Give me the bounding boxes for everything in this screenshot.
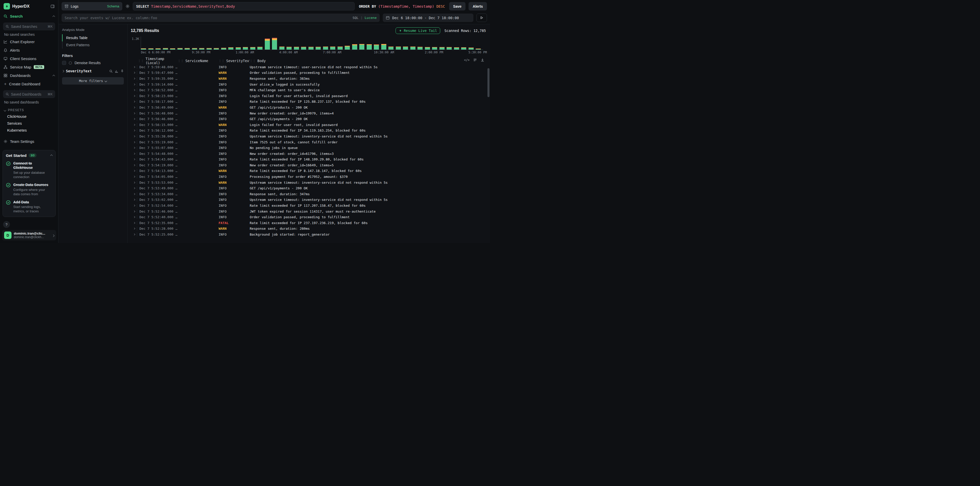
denoise-results-toggle[interactable]: Denoise Results bbox=[62, 61, 124, 65]
log-row[interactable]: Dec 7 5:58:23.000 PMINFOLogin failed for… bbox=[131, 93, 486, 99]
preset-item-services[interactable]: Services bbox=[0, 120, 58, 127]
histogram-bar[interactable] bbox=[163, 48, 168, 49]
date-range-picker[interactable]: Dec 6 18:00:00 - Dec 7 18:00:00 bbox=[383, 14, 473, 22]
expand-row-chevron-icon[interactable] bbox=[131, 124, 137, 126]
histogram-bar[interactable] bbox=[367, 44, 372, 49]
histogram-bar[interactable] bbox=[265, 38, 270, 49]
histogram-bar[interactable] bbox=[403, 46, 408, 49]
column-drag-handle-icon[interactable]: ⋮⋮ bbox=[250, 59, 256, 62]
expand-row-chevron-icon[interactable] bbox=[131, 193, 137, 195]
expand-row-chevron-icon[interactable] bbox=[131, 153, 137, 155]
histogram-bar[interactable] bbox=[199, 48, 204, 49]
saved-searches-input[interactable]: Saved Searches ⌘K bbox=[3, 22, 55, 30]
histogram-bar[interactable] bbox=[417, 47, 423, 49]
histogram-bar[interactable] bbox=[141, 48, 146, 49]
mode-results-table[interactable]: Results Table bbox=[62, 34, 124, 41]
histogram-bar[interactable] bbox=[170, 48, 175, 49]
column-drag-handle-icon[interactable]: ⋮⋮ bbox=[138, 59, 144, 62]
histogram-bar[interactable] bbox=[476, 49, 481, 50]
expand-row-chevron-icon[interactable] bbox=[131, 158, 137, 160]
log-row[interactable]: Dec 7 5:59:35.000 PMWARNResponse sent, d… bbox=[131, 76, 486, 81]
histogram-bar[interactable] bbox=[221, 48, 226, 49]
filter-group-severitytext[interactable]: SeverityText bbox=[62, 69, 124, 73]
histogram-bar[interactable] bbox=[192, 48, 197, 49]
query-settings-gear-icon[interactable] bbox=[126, 4, 130, 8]
sidebar-item-service-map[interactable]: Service Map BETA bbox=[0, 63, 58, 71]
histogram-bar[interactable] bbox=[177, 48, 183, 49]
expand-row-chevron-icon[interactable] bbox=[131, 84, 137, 85]
sidebar-item-client-sessions[interactable]: Client Sessions bbox=[0, 54, 58, 63]
chevron-up-icon[interactable] bbox=[53, 14, 55, 18]
code-view-icon[interactable]: </> bbox=[464, 58, 469, 62]
expand-row-chevron-icon[interactable] bbox=[131, 89, 137, 91]
get-started-step-connect[interactable]: Connect to ClickHouse Set up your databa… bbox=[6, 161, 52, 179]
expand-row-chevron-icon[interactable] bbox=[131, 210, 137, 212]
log-row[interactable]: Dec 7 5:56:15.000 PMWARNLogin failed for… bbox=[131, 122, 486, 128]
expand-row-chevron-icon[interactable] bbox=[131, 135, 137, 137]
expand-row-chevron-icon[interactable] bbox=[131, 78, 137, 80]
filter-search-icon[interactable] bbox=[109, 70, 113, 73]
log-row[interactable]: Dec 7 5:54:48.000 PMINFONew order create… bbox=[131, 151, 486, 157]
expand-row-chevron-icon[interactable] bbox=[131, 176, 137, 178]
histogram-bar[interactable] bbox=[236, 47, 241, 49]
sidebar-item-team-settings[interactable]: Team Settings bbox=[0, 137, 58, 146]
expand-row-chevron-icon[interactable] bbox=[131, 164, 137, 166]
histogram-bar[interactable] bbox=[148, 48, 153, 49]
histogram-bar[interactable] bbox=[439, 47, 445, 49]
hyperdx-logo[interactable]: HyperDX bbox=[3, 3, 30, 10]
histogram-bar[interactable] bbox=[323, 46, 328, 49]
histogram-bar[interactable] bbox=[447, 47, 452, 49]
histogram-bar[interactable] bbox=[250, 47, 255, 49]
histogram-bar[interactable] bbox=[330, 46, 335, 49]
histogram-bar[interactable] bbox=[337, 46, 343, 49]
histogram-bar[interactable] bbox=[469, 48, 474, 49]
expand-row-chevron-icon[interactable] bbox=[131, 72, 137, 73]
expand-row-chevron-icon[interactable] bbox=[131, 112, 137, 114]
histogram-bar[interactable] bbox=[214, 48, 219, 49]
column-drag-handle-icon[interactable]: ⋮⋮ bbox=[219, 59, 225, 62]
log-row[interactable]: Dec 7 5:52:40.000 PMINFOOrder validation… bbox=[131, 214, 486, 220]
histogram-bar[interactable] bbox=[352, 44, 357, 49]
order-by-clause[interactable]: ORDER BY (TimestampTime, Timestamp) DESC bbox=[358, 4, 446, 8]
help-button[interactable]: ? bbox=[3, 221, 10, 228]
presets-section-toggle[interactable]: PRESETS bbox=[0, 105, 58, 113]
expand-row-chevron-icon[interactable] bbox=[131, 222, 137, 224]
chevron-up-icon[interactable] bbox=[51, 153, 52, 158]
language-lucene-option[interactable]: Lucene bbox=[364, 16, 377, 20]
column-header-servicename[interactable]: ServiceName bbox=[185, 59, 208, 63]
expand-row-chevron-icon[interactable] bbox=[131, 182, 137, 183]
mode-event-patterns[interactable]: Event Patterns bbox=[62, 41, 124, 49]
histogram-bar[interactable] bbox=[279, 46, 285, 49]
expand-row-chevron-icon[interactable] bbox=[131, 205, 137, 206]
log-row[interactable]: Dec 7 5:55:07.000 PMINFONo pending jobs … bbox=[131, 145, 486, 151]
log-row[interactable]: Dec 7 5:56:12.000 PMINFORate limit excee… bbox=[131, 128, 486, 134]
log-row[interactable]: Dec 7 5:55:38.000 PMINFOUpstream service… bbox=[131, 133, 486, 139]
chevron-up-icon[interactable] bbox=[53, 73, 55, 78]
run-query-button[interactable] bbox=[476, 14, 487, 22]
histogram-bar[interactable] bbox=[272, 38, 277, 49]
log-row[interactable]: Dec 7 5:54:05.000 PMINFOProcessing payme… bbox=[131, 174, 486, 180]
expand-row-chevron-icon[interactable] bbox=[131, 187, 137, 189]
histogram-bar[interactable] bbox=[396, 46, 401, 49]
download-icon[interactable] bbox=[480, 58, 484, 62]
log-row[interactable]: Dec 7 5:53:02.000 PMINFOUpstream service… bbox=[131, 197, 486, 203]
sidebar-item-search[interactable]: Search bbox=[0, 12, 58, 21]
schema-link[interactable]: Schema bbox=[107, 4, 119, 8]
histogram-bar[interactable] bbox=[432, 47, 437, 49]
vertical-scrollbar-thumb[interactable] bbox=[487, 68, 490, 97]
histogram-bar[interactable] bbox=[294, 47, 299, 49]
expand-row-chevron-icon[interactable] bbox=[131, 216, 137, 218]
log-row[interactable]: Dec 7 5:58:17.000 PMINFORate limit excee… bbox=[131, 99, 486, 105]
histogram-bar[interactable] bbox=[345, 46, 350, 49]
log-row[interactable]: Dec 7 5:54:19.000 PMINFONew order create… bbox=[131, 162, 486, 168]
get-started-step-sources[interactable]: Create Data Sources Configure where your… bbox=[6, 183, 52, 196]
expand-row-chevron-icon[interactable] bbox=[131, 95, 137, 97]
histogram-bar[interactable] bbox=[243, 47, 248, 49]
log-row[interactable]: Dec 7 5:55:19.000 PMINFOItem 7525 out of… bbox=[131, 139, 486, 145]
histogram-bar[interactable] bbox=[461, 47, 466, 49]
filter-pin-icon[interactable] bbox=[121, 70, 124, 73]
histogram-bar[interactable] bbox=[374, 45, 379, 49]
get-started-step-add-data[interactable]: Add Data Start sending logs, metrics, or… bbox=[6, 200, 52, 214]
histogram-bar[interactable] bbox=[207, 48, 212, 49]
histogram-bar[interactable] bbox=[359, 44, 364, 49]
